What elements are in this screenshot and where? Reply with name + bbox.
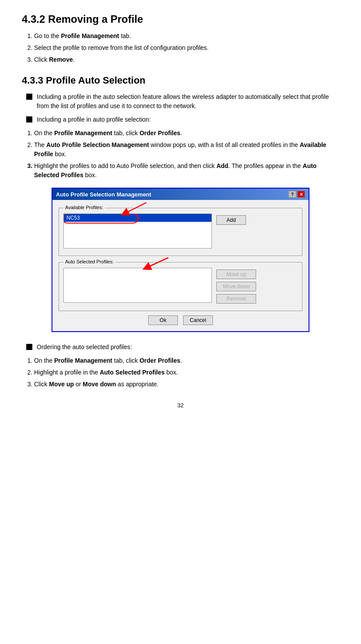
dialog-titlebar: Auto Profile Selection Management ? ✕ <box>52 189 309 200</box>
bullets-433-first: Including a profile in the auto selectio… <box>26 92 339 124</box>
steps-433-second: On the Profile Management tab, click Ord… <box>34 356 339 389</box>
red-arrow-bottom <box>138 256 173 271</box>
auto-profile-dialog: Auto Profile Selection Management ? ✕ Av… <box>52 188 309 332</box>
svg-line-0 <box>125 203 146 214</box>
dialog-title: Auto Profile Selection Management <box>56 191 151 198</box>
steps-432: Go to the Profile Management tab. Select… <box>34 32 339 64</box>
step-433-1: On the Profile Management tab, click Ord… <box>34 129 339 138</box>
dialog-wrapper: Auto Profile Selection Management ? ✕ Av… <box>22 188 339 332</box>
bullet-item-2: Including a profile in auto profile sele… <box>26 115 339 124</box>
page-number: 32 <box>22 402 339 409</box>
bullet-item-1: Including a profile in the auto selectio… <box>26 92 339 111</box>
step-433-2: The Auto Profile Selection Management wi… <box>34 140 339 159</box>
auto-selected-row: Move up Move down Remove <box>63 268 298 304</box>
bullets-433-second: Ordering the auto selected profiles: <box>26 343 339 352</box>
bullet-icon-1 <box>26 94 32 100</box>
available-profiles-listbox[interactable]: NC53 <box>63 214 212 248</box>
auto-buttons-container: Move up Move down Remove <box>216 268 256 304</box>
step-433-s3: Click Move up or Move down as appropriat… <box>34 380 339 389</box>
auto-selected-frame: Auto Selected Profiles: <box>59 262 302 311</box>
step-433-3: Highlight the profiles to add to Auto Pr… <box>34 161 339 180</box>
steps-433-first: On the Profile Management tab, click Ord… <box>34 129 339 180</box>
available-profiles-row: NC53 Add <box>63 214 298 248</box>
step-432-1: Go to the Profile Management tab. <box>34 32 339 41</box>
available-profiles-frame: Available Profiles: <box>59 208 302 256</box>
available-container: NC53 <box>63 214 212 248</box>
red-arrow-top <box>116 200 151 218</box>
bullet-icon-2 <box>26 116 32 122</box>
dialog-body: Available Profiles: <box>52 200 309 331</box>
move-down-button[interactable]: Move down <box>216 282 256 291</box>
step-433-s2: Highlight a profile in the Auto Selected… <box>34 368 339 377</box>
auto-selected-listbox[interactable] <box>63 268 212 303</box>
close-button[interactable]: ✕ <box>297 191 305 198</box>
bullet-item-3: Ordering the auto selected profiles: <box>26 343 339 352</box>
help-button[interactable]: ? <box>288 191 296 198</box>
remove-button[interactable]: Remove <box>216 294 256 304</box>
step-432-3: Click Remove. <box>34 55 339 64</box>
add-button-container: Add <box>216 214 246 225</box>
dialog-footer: Ok Cancel <box>59 315 302 325</box>
heading-432: 4.3.2 Removing a Profile <box>22 13 339 25</box>
step-432-2: Select the profile to remove from the li… <box>34 43 339 52</box>
auto-selected-container <box>63 268 212 303</box>
heading-433: 4.3.3 Profile Auto Selection <box>22 75 339 86</box>
ok-button[interactable]: Ok <box>148 315 178 325</box>
cancel-button[interactable]: Cancel <box>183 315 213 325</box>
auto-selected-label: Auto Selected Profiles: <box>63 259 115 264</box>
section-433: 4.3.3 Profile Auto Selection Including a… <box>22 75 339 389</box>
svg-line-1 <box>146 258 168 268</box>
add-button[interactable]: Add <box>216 215 246 225</box>
available-profiles-label: Available Profiles: <box>63 205 105 210</box>
bullet-icon-3 <box>26 344 32 350</box>
move-up-button[interactable]: Move up <box>216 270 256 279</box>
titlebar-buttons: ? ✕ <box>288 191 305 198</box>
section-432: 4.3.2 Removing a Profile Go to the Profi… <box>22 13 339 64</box>
step-433-s1: On the Profile Management tab, click Ord… <box>34 356 339 365</box>
